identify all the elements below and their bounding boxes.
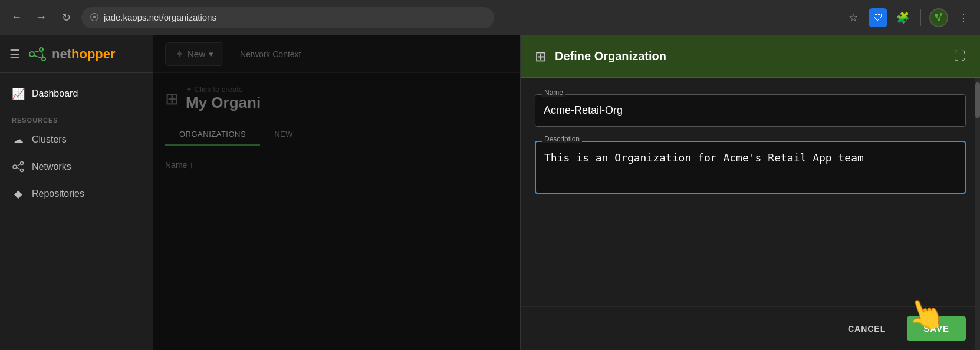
svg-point-0 <box>935 14 938 17</box>
sidebar-item-repositories[interactable]: ◆ Repositories <box>0 180 153 207</box>
define-organization-dialog: ⊞ Define Organization ⛶ Name Description… <box>520 35 980 350</box>
name-form-group: Name <box>535 94 966 127</box>
sidebar-nav: 📈 Dashboard RESOURCES ☁ Clusters <box>0 73 153 350</box>
dialog-header: ⊞ Define Organization ⛶ <box>521 35 980 78</box>
svg-line-14 <box>17 164 21 167</box>
repositories-icon: ◆ <box>12 187 25 200</box>
description-label: Description <box>542 135 582 143</box>
address-bar[interactable]: ⦿ jade.kaops.net/organizations <box>81 7 494 28</box>
svg-point-7 <box>42 57 45 61</box>
chrome-menu-icon[interactable]: ⋮ <box>954 8 973 27</box>
separator <box>920 9 921 26</box>
svg-point-5 <box>29 52 34 57</box>
description-form-group: Description <box>535 141 966 196</box>
svg-point-1 <box>940 13 942 15</box>
sidebar-item-dashboard[interactable]: 📈 Dashboard <box>0 80 153 107</box>
name-label: Name <box>542 88 565 97</box>
name-input[interactable] <box>535 94 966 127</box>
dialog-scrollbar[interactable] <box>975 78 980 350</box>
svg-point-13 <box>21 169 24 172</box>
sidebar-header: ☰ nethopper <box>0 35 153 73</box>
svg-line-10 <box>42 51 43 57</box>
browser-chrome: ← → ↻ ⦿ jade.kaops.net/organizations ☆ 🛡… <box>0 0 980 35</box>
dialog-title: Define Organization <box>555 49 946 63</box>
dialog-footer: CANCEL SAVE <box>521 306 980 350</box>
profile-avatar[interactable] <box>929 8 948 27</box>
svg-point-11 <box>13 165 17 169</box>
logo-area: nethopper <box>27 44 116 65</box>
sidebar: ☰ nethopper 📈 Dashboard RES <box>0 35 153 350</box>
extension-icon-2[interactable]: 🧩 <box>893 8 912 27</box>
forward-button[interactable]: → <box>32 8 51 27</box>
svg-point-4 <box>938 19 940 21</box>
sidebar-item-repositories-label: Repositories <box>32 189 84 199</box>
security-icon: ⦿ <box>90 12 99 23</box>
logo-net: net <box>52 47 71 61</box>
sidebar-item-clusters[interactable]: ☁ Clusters <box>0 126 153 153</box>
dialog-scrollbar-thumb <box>975 82 980 118</box>
resources-section-label: RESOURCES <box>0 107 153 126</box>
app-container: ☰ nethopper 📈 Dashboard RES <box>0 35 980 350</box>
url-text: jade.kaops.net/organizations <box>104 12 216 22</box>
save-button[interactable]: SAVE <box>907 316 966 341</box>
description-input[interactable] <box>535 141 966 194</box>
main-content: ✦ New ▾ Network Context Sr SrDevOps ⊞ ✦ … <box>153 35 980 350</box>
sidebar-item-networks[interactable]: Networks <box>0 153 153 180</box>
browser-right-icons: ☆ 🛡 🧩 ⋮ <box>844 8 973 27</box>
logo-text: nethopper <box>52 47 116 62</box>
svg-point-12 <box>21 162 24 165</box>
dialog-expand-button[interactable]: ⛶ <box>954 49 966 63</box>
hamburger-icon[interactable]: ☰ <box>9 47 20 61</box>
networks-icon <box>12 160 25 173</box>
logo-icon <box>27 44 48 65</box>
svg-line-8 <box>34 51 40 52</box>
bookmark-icon[interactable]: ☆ <box>844 8 863 27</box>
sidebar-item-clusters-label: Clusters <box>32 134 67 145</box>
sidebar-item-dashboard-label: Dashboard <box>32 88 78 99</box>
logo-hopper: hopper <box>71 47 116 61</box>
clusters-icon: ☁ <box>12 133 25 146</box>
dashboard-icon: 📈 <box>12 87 25 100</box>
reload-button[interactable]: ↻ <box>57 8 75 27</box>
cancel-button[interactable]: CANCEL <box>836 318 897 339</box>
svg-line-15 <box>17 167 21 170</box>
dialog-header-icon: ⊞ <box>535 48 547 65</box>
svg-line-3 <box>939 15 941 19</box>
sidebar-item-networks-label: Networks <box>32 161 71 172</box>
back-button[interactable]: ← <box>7 8 26 27</box>
extension-icon-1[interactable]: 🛡 <box>869 8 887 27</box>
svg-line-9 <box>34 55 42 58</box>
dialog-body: Name Description <box>521 78 980 306</box>
